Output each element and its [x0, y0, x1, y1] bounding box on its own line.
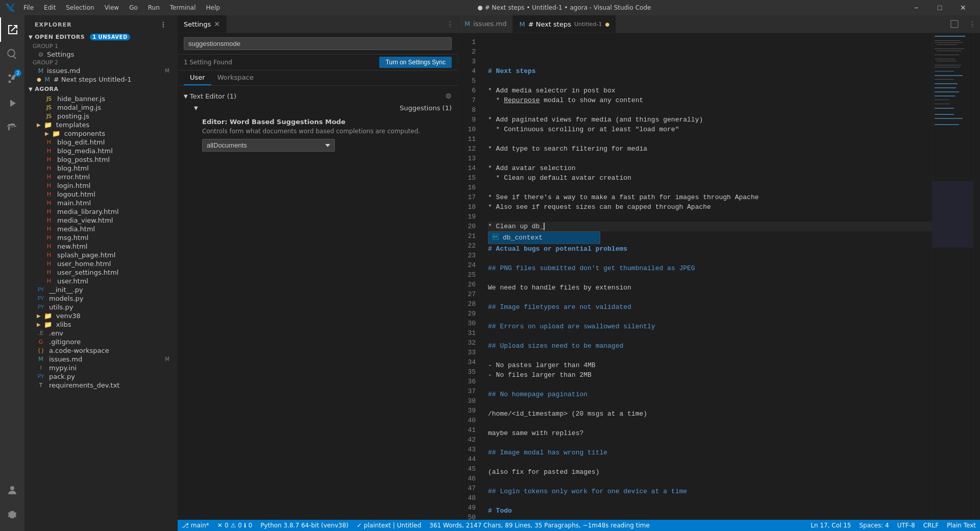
settings-suggestions-select[interactable]: allDocuments currentDocument matchingDoc…: [202, 139, 335, 152]
sidebar-file-user-home-html[interactable]: Huser_home.html: [24, 259, 178, 268]
sidebar-content[interactable]: ▼ Open Editors 1 UNSAVED GROUP 1 ⚙ Setti…: [24, 32, 178, 531]
sidebar-next-steps[interactable]: ● M # Next steps Untitled-1: [24, 75, 178, 84]
sidebar-file-new-html[interactable]: Hnew.html: [24, 242, 178, 251]
maximize-button[interactable]: □: [928, 0, 951, 15]
suggestions-section-header[interactable]: ▼ Suggestions (1): [194, 102, 452, 114]
sidebar-file-blog-posts-html[interactable]: Hblog_posts.html: [24, 155, 178, 164]
sidebar-file-blog-media-html[interactable]: Hblog_media.html: [24, 147, 178, 155]
sidebar-file--env[interactable]: .E.env: [24, 329, 178, 337]
sidebar-file-pack-py[interactable]: PYpack.py: [24, 372, 178, 381]
status-wordcount[interactable]: 361 Words, 2147 Chars, 89 Lines, 35 Para…: [425, 520, 654, 531]
sidebar-file-blog-html[interactable]: Hblog.html: [24, 164, 178, 173]
close-button[interactable]: ✕: [951, 0, 975, 15]
sidebar-file-media-view-html[interactable]: Hmedia_view.html: [24, 216, 178, 225]
menu-selection[interactable]: Selection: [62, 3, 98, 12]
settings-sync-button[interactable]: Turn on Settings Sync: [379, 57, 452, 68]
sidebar-file-templates[interactable]: ▶📁templates: [24, 120, 178, 129]
sidebar-file-a-code-workspace[interactable]: {}a.code-workspace: [24, 346, 178, 355]
activity-settings[interactable]: [0, 502, 24, 527]
sidebar-file-error-html[interactable]: Herror.html: [24, 173, 178, 181]
activity-debug[interactable]: [0, 91, 24, 115]
menu-terminal[interactable]: Terminal: [166, 3, 200, 12]
menu-file[interactable]: File: [19, 3, 38, 12]
menu-go[interactable]: Go: [125, 3, 142, 12]
settings-nav-workspace[interactable]: Workspace: [211, 70, 260, 85]
sidebar-file-login-html[interactable]: Hlogin.html: [24, 181, 178, 190]
status-python[interactable]: Python 3.8.7 64-bit (venv38): [256, 520, 353, 531]
editor-split-btn[interactable]: [946, 15, 963, 33]
autocomplete-item-selected[interactable]:  db_context: [488, 232, 600, 244]
editor-code[interactable]: # Next steps* Add media selector in post…: [484, 33, 932, 520]
sidebar-file-msg-html[interactable]: Hmsg.html: [24, 233, 178, 242]
editor-scrollbar[interactable]: [973, 33, 980, 520]
sidebar-file-blog-edit-html[interactable]: Hblog_edit.html: [24, 138, 178, 147]
line-number-48: 48: [458, 493, 484, 503]
settings-tab-close[interactable]: ✕: [214, 20, 220, 28]
menu-help[interactable]: Help: [202, 3, 224, 12]
line-number-17: 17: [458, 192, 484, 202]
settings-more-icon[interactable]: ⋮: [447, 20, 454, 28]
sidebar-settings-file[interactable]: ⚙ Settings: [24, 50, 178, 59]
sidebar-file-components[interactable]: ▶📁components: [24, 129, 178, 138]
sidebar-file-issues-md[interactable]: Missues.mdM: [24, 355, 178, 364]
sidebar-file-logout-html[interactable]: Hlogout.html: [24, 190, 178, 199]
status-branch-label: main*: [191, 522, 209, 529]
activity-account[interactable]: [0, 478, 24, 502]
status-eol[interactable]: CRLF: [919, 522, 943, 529]
status-spaces[interactable]: Spaces: 4: [855, 522, 893, 529]
editor-more-icon[interactable]: ⋮: [965, 20, 980, 28]
status-cursor-label: Ln 17, Col 15: [811, 522, 851, 529]
sidebar-file-splash-page-html[interactable]: Hsplash_page.html: [24, 251, 178, 259]
sidebar-file-user-html[interactable]: Huser.html: [24, 277, 178, 285]
sidebar-file-utils-py[interactable]: PYutils.py: [24, 303, 178, 311]
sidebar-issues-md[interactable]: M issues.md M: [24, 66, 178, 75]
file-type-icon: H: [45, 252, 53, 258]
activity-explorer[interactable]: [0, 17, 24, 42]
status-errors[interactable]: ✕ 0 ⚠ 0 ℹ 0: [213, 520, 256, 531]
sidebar-file-requirements-dev-txt[interactable]: Trequirements_dev.txt: [24, 381, 178, 390]
status-encoding[interactable]: UTF-8: [893, 522, 919, 529]
status-plaintext[interactable]: ✓ plaintext | Untitled: [353, 520, 426, 531]
status-branch[interactable]: ⎇ main*: [178, 520, 213, 531]
settings-search-input[interactable]: [184, 37, 452, 50]
sidebar-file-media-html[interactable]: Hmedia.html: [24, 225, 178, 233]
editor-content[interactable]: 1234567891011121314151617181920212223242…: [458, 33, 980, 520]
menu-run[interactable]: Run: [144, 3, 164, 12]
settings-nav-user[interactable]: User: [184, 70, 211, 85]
status-language[interactable]: Plain Text: [943, 522, 980, 529]
activity-extensions[interactable]: [0, 115, 24, 140]
new-file-icon[interactable]: ⋮: [160, 20, 167, 29]
open-editors-header[interactable]: ▼ Open Editors 1 UNSAVED: [24, 32, 178, 42]
minimize-button[interactable]: −: [904, 0, 928, 15]
autocomplete-dropdown[interactable]:  db_context: [488, 231, 600, 244]
file-label: .env: [49, 329, 174, 337]
sidebar-file-posting-js[interactable]: JSposting.js: [24, 112, 178, 120]
sidebar-file-hide-banner-js[interactable]: JShide_banner.js: [24, 94, 178, 103]
sidebar-file-venv38[interactable]: ▶📁venv38: [24, 311, 178, 320]
tab-issues-md[interactable]: M issues.md: [458, 15, 513, 33]
file-label: posting.js: [57, 112, 174, 120]
sidebar-file-media-library-html[interactable]: Hmedia_library.html: [24, 207, 178, 216]
sidebar-file--gitignore[interactable]: G.gitignore: [24, 337, 178, 346]
editor-more-btn[interactable]: ⋮: [965, 15, 980, 33]
menu-view[interactable]: View: [101, 3, 123, 12]
sidebar-file-xlibs[interactable]: ▶📁xlibs: [24, 320, 178, 329]
settings-section-header[interactable]: ▼ Text Editor (1) ⚙: [184, 90, 452, 102]
sidebar-file-mypy-ini[interactable]: Imypy.ini: [24, 364, 178, 372]
sidebar-file-user-settings-html[interactable]: Huser_settings.html: [24, 268, 178, 277]
sidebar-file---init---py[interactable]: PY__init__.py: [24, 285, 178, 294]
sidebar-file-main-html[interactable]: Hmain.html: [24, 199, 178, 207]
file-type-icon: {}: [37, 347, 45, 354]
status-cursor[interactable]: Ln 17, Col 15: [806, 522, 855, 529]
sidebar-file-models-py[interactable]: PYmodels.py: [24, 294, 178, 303]
activity-search[interactable]: [0, 42, 24, 66]
activity-source-control[interactable]: 2: [0, 66, 24, 91]
tab-next-steps[interactable]: M # Next steps Untitled-1 ●: [513, 15, 616, 33]
section-gear-icon[interactable]: ⚙: [445, 92, 452, 100]
settings-tab[interactable]: Settings ✕: [178, 15, 227, 33]
menu-edit[interactable]: Edit: [40, 3, 60, 12]
code-line-26: [488, 312, 932, 322]
sidebar-file-modal-img-js[interactable]: JSmodal_img.js: [24, 103, 178, 112]
file-label: media_library.html: [57, 208, 174, 215]
agora-header[interactable]: ▼ AGORA: [24, 84, 178, 94]
